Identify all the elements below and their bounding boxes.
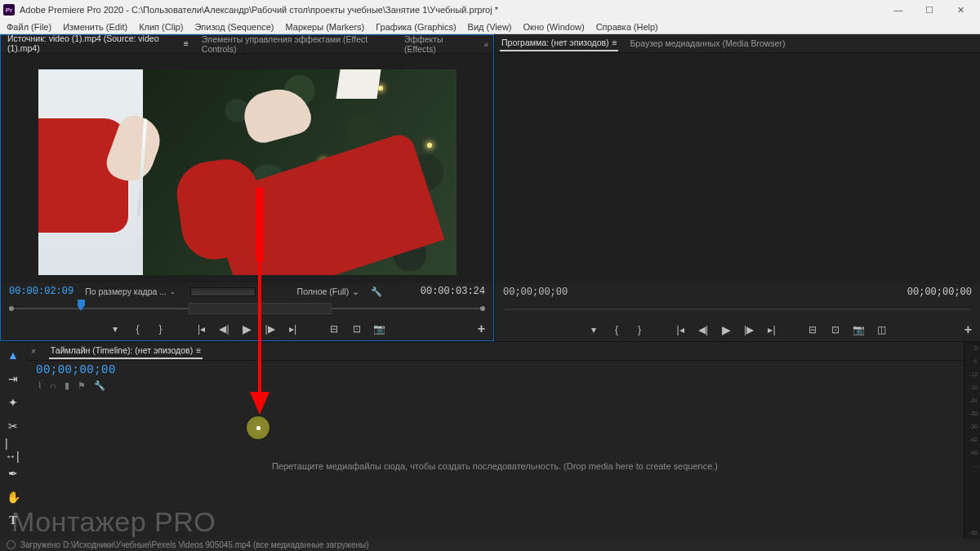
step-back-icon[interactable]: ◀| [697, 323, 710, 336]
menu-view[interactable]: Вид (View) [468, 22, 512, 32]
comparison-view-icon[interactable]: ◫ [875, 323, 888, 336]
program-timecode-current[interactable]: 00;00;00;00 [503, 287, 568, 298]
tab-effect-controls[interactable]: Элементы управления эффектами (Effect Co… [200, 32, 393, 56]
razor-tool-icon[interactable]: ✂ [5, 418, 21, 434]
track-select-tool-icon[interactable]: ⇥ [5, 371, 21, 387]
snap-icon[interactable]: ⌇ [38, 380, 42, 391]
extract-icon[interactable]: ⊡ [829, 323, 842, 336]
ripple-edit-tool-icon[interactable]: ✦ [5, 394, 21, 411]
export-frame-icon[interactable]: 📷 [852, 323, 865, 336]
overwrite-icon[interactable]: ⊡ [350, 322, 363, 335]
video-preview-frame [38, 69, 457, 275]
mark-out-icon[interactable]: } [154, 322, 167, 335]
zoom-bar[interactable] [190, 287, 256, 296]
tab-media-browser[interactable]: Браузер медиаданных (Media Browser) [628, 36, 786, 51]
menu-markers[interactable]: Маркеры (Markers) [286, 22, 365, 32]
maximize-button[interactable]: ☐ [920, 5, 939, 16]
hand-tool-icon[interactable]: ✋ [5, 489, 21, 505]
insert-icon[interactable]: ⊟ [327, 322, 341, 335]
source-timecode-duration: 00:00:03:24 [421, 286, 485, 297]
type-tool-icon[interactable]: T [5, 513, 21, 529]
mark-out-icon[interactable]: } [633, 323, 646, 336]
tab-source-label: Источник: video (1).mp4 (Source: video (… [7, 33, 180, 53]
step-back-icon[interactable]: ◀| [218, 322, 231, 335]
step-forward-icon[interactable]: |▶ [264, 322, 277, 335]
program-transport-controls: ▾ { } |◂ ◀| ▶ |▶ ▸| ⊟ ⊡ 📷 ◫ + [495, 318, 980, 341]
timeline-drop-zone[interactable]: Перетащите медиафайлы сюда, чтобы создат… [26, 393, 964, 539]
tab-effects[interactable]: Эффекты (Effects) [403, 32, 474, 56]
menu-graphics[interactable]: Графика (Graphics) [376, 22, 456, 32]
timeline-options: ⌇ ∩ ▮ ⚑ 🔧 [26, 379, 964, 393]
source-playhead[interactable] [78, 300, 85, 312]
menu-clip[interactable]: Клип (Clip) [139, 22, 183, 32]
close-tab-icon[interactable]: × [31, 347, 36, 356]
add-button-icon[interactable]: + [964, 322, 972, 337]
window-titlebar: Pr Adobe Premiere Pro 2020 - C:\Пользова… [0, 0, 980, 20]
play-button[interactable]: ▶ [719, 323, 733, 336]
menu-edit[interactable]: Изменить (Edit) [63, 22, 127, 32]
source-transport-controls: ▾ { } |◂ ◀| ▶ |▶ ▸| ⊟ ⊡ 📷 + [1, 318, 493, 340]
menu-help[interactable]: Справка (Help) [596, 22, 658, 32]
panel-menu-icon[interactable]: ≡ [196, 346, 201, 355]
marker-add-icon[interactable]: ▾ [587, 323, 600, 336]
fit-dropdown[interactable]: По размеру кадра ...⌄ [85, 287, 176, 296]
tabs-overflow-icon[interactable]: » [483, 40, 488, 49]
menu-window[interactable]: Окно (Window) [523, 22, 585, 32]
status-indicator-icon [7, 540, 16, 549]
mark-in-icon[interactable]: { [131, 322, 145, 335]
timeline-drop-hint: Перетащите медиафайлы сюда, чтобы создат… [272, 461, 718, 471]
source-monitor-panel: Источник: video (1).mp4 (Source: video (… [0, 34, 494, 341]
sequence-settings-icon[interactable]: ⚑ [78, 380, 86, 391]
goto-out-icon[interactable]: ▸| [287, 322, 300, 335]
settings-wrench-icon[interactable]: 🔧 [371, 286, 382, 297]
status-text: Загружено D:\Исходники\Учебные\Pexels Vi… [20, 540, 369, 549]
tab-timeline[interactable]: Таймлайн (Timeline): (нет эпизодов) ≡ [49, 343, 203, 359]
app-icon: Pr [3, 4, 15, 16]
goto-out-icon[interactable]: ▸| [765, 323, 778, 336]
tab-timeline-label: Таймлайн (Timeline): (нет эпизодов) [51, 345, 193, 355]
selection-tool-icon[interactable]: ▲ [5, 347, 21, 363]
step-forward-icon[interactable]: |▶ [742, 323, 755, 336]
source-video-viewport[interactable] [1, 54, 493, 283]
lift-icon[interactable]: ⊟ [806, 323, 819, 336]
menu-sequence[interactable]: Эпизод (Sequence) [194, 22, 274, 32]
pen-tool-icon[interactable]: ✒ [5, 465, 21, 482]
timeline-timecode[interactable]: 00;00;00;00 [36, 363, 116, 376]
status-bar: Загружено D:\Исходники\Учебные\Pexels Vi… [0, 539, 980, 551]
close-button[interactable]: ✕ [951, 5, 970, 16]
tab-program[interactable]: Программа: (нет эпизодов) ≡ [500, 35, 618, 51]
tab-program-label: Программа: (нет эпизодов) [501, 38, 609, 47]
slip-tool-icon[interactable]: |↔| [5, 442, 21, 458]
menu-file[interactable]: Файл (File) [7, 22, 51, 32]
source-scrub-bar[interactable] [1, 300, 493, 318]
program-monitor-panel: Программа: (нет эпизодов) ≡ Браузер меди… [494, 34, 980, 341]
marker-add-icon[interactable]: ▾ [109, 322, 122, 335]
mark-in-icon[interactable]: { [610, 323, 623, 336]
add-button-icon[interactable]: + [478, 322, 485, 336]
program-timecode-duration: 00;00;00;00 [907, 287, 972, 298]
export-frame-icon[interactable]: 📷 [373, 322, 386, 335]
goto-in-icon[interactable]: |◂ [674, 323, 687, 336]
marker-icon[interactable]: ▮ [65, 380, 69, 391]
quality-dropdown[interactable]: Полное (Full)⌄ [297, 287, 360, 296]
timeline-toolbar: ▲ ⇥ ✦ ✂ |↔| ✒ ✋ T [0, 342, 26, 539]
program-video-viewport[interactable] [495, 53, 980, 284]
goto-in-icon[interactable]: |◂ [195, 322, 208, 335]
panel-menu-icon[interactable]: ≡ [184, 39, 189, 48]
linked-selection-icon[interactable]: ∩ [50, 380, 56, 391]
panel-menu-icon[interactable]: ≡ [612, 38, 617, 47]
play-button[interactable]: ▶ [241, 322, 254, 335]
wrench-icon[interactable]: 🔧 [94, 380, 105, 391]
audio-meter: 0 -6 -12 -18 -24 -30 -36 -42 -48 -- -dB [964, 342, 980, 539]
program-scrub-bar[interactable] [495, 300, 980, 318]
timeline-panel: × Таймлайн (Timeline): (нет эпизодов) ≡ … [26, 342, 964, 539]
window-title: Adobe Premiere Pro 2020 - C:\Пользовател… [20, 5, 889, 15]
source-timecode-current[interactable]: 00:00:02:09 [9, 286, 74, 297]
minimize-button[interactable]: — [889, 5, 908, 16]
